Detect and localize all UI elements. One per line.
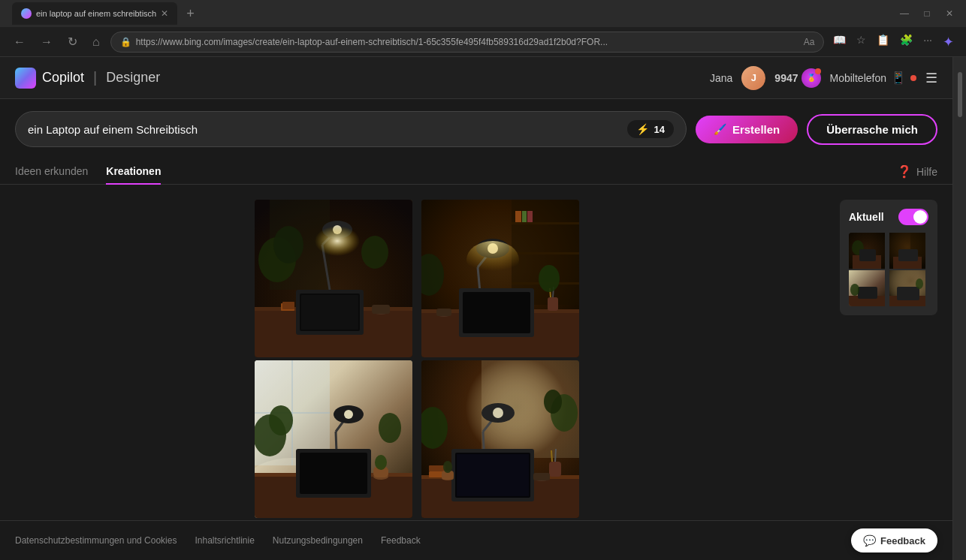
- feedback-icon: 💬: [863, 534, 876, 546]
- maximize-button[interactable]: □: [916, 3, 937, 24]
- preview-cell-3[interactable]: [849, 270, 885, 306]
- svg-rect-89: [859, 249, 876, 261]
- preview-cell-1[interactable]: [849, 233, 885, 269]
- image-cell-1[interactable]: [255, 200, 412, 357]
- image-cell-2[interactable]: [421, 200, 579, 357]
- scrollbar-thumb[interactable]: [958, 72, 962, 117]
- brand-sub: Designer: [106, 70, 160, 86]
- help-circle-icon: ❓: [897, 164, 912, 179]
- svg-rect-75: [457, 454, 529, 496]
- footer-link-feedback[interactable]: Feedback: [381, 535, 421, 546]
- more-icon[interactable]: ···: [920, 31, 935, 53]
- svg-point-4: [361, 236, 388, 269]
- copilot-sidebar-icon[interactable]: ✦: [940, 31, 957, 53]
- favorites-icon[interactable]: ☆: [853, 31, 869, 53]
- medal-notification-dot: [815, 68, 821, 74]
- svg-rect-93: [898, 249, 918, 261]
- footer: Datenschutzbestimmungen und Cookies Inha…: [0, 520, 952, 560]
- active-tab[interactable]: ein laptop auf einem schreibtisch ✕: [12, 2, 177, 25]
- feedback-float-label: Feedback: [880, 535, 925, 546]
- mobile-label: Mobiltelefon: [830, 72, 887, 84]
- svg-point-9: [315, 226, 360, 256]
- svg-point-41: [539, 265, 560, 292]
- svg-point-49: [269, 405, 293, 435]
- tab-ideen[interactable]: Ideen erkunden: [15, 159, 88, 185]
- main-content: Copilot | Designer Jana J 9947 🏅: [0, 57, 952, 560]
- boost-badge: ⚡ 14: [627, 120, 673, 138]
- ueberrasche-button[interactable]: Überrasche mich: [807, 114, 937, 145]
- image-2: [421, 200, 579, 357]
- user-avatar[interactable]: J: [741, 66, 765, 90]
- window-controls: — □ ✕: [894, 3, 960, 24]
- boost-count: 14: [654, 124, 664, 135]
- tabs-section: Ideen erkunden Kreationen ❓ Hilfe: [0, 159, 952, 185]
- footer-link-datenschutz[interactable]: Datenschutzbestimmungen und Cookies: [15, 535, 177, 546]
- svg-rect-26: [527, 211, 533, 222]
- reader-icon[interactable]: Aa: [804, 37, 815, 47]
- collections-icon[interactable]: 📋: [874, 31, 892, 53]
- extensions-icon[interactable]: 🧩: [897, 31, 916, 53]
- forward-button[interactable]: →: [36, 32, 57, 52]
- svg-rect-35: [463, 292, 530, 333]
- nav-bar: ← → ↻ ⌂ 🔒 https://www.bing.com/images/cr…: [0, 27, 966, 57]
- help-button[interactable]: ❓ Hilfe: [897, 164, 937, 179]
- erstellen-button[interactable]: 🖌️ Erstellen: [696, 116, 798, 143]
- svg-point-54: [344, 410, 353, 419]
- browser-chrome: ein laptop auf einem schreibtisch ✕ + — …: [0, 0, 966, 57]
- svg-rect-18: [282, 302, 294, 309]
- svg-rect-100: [897, 287, 919, 300]
- svg-rect-14: [301, 295, 358, 330]
- svg-rect-24: [515, 211, 521, 222]
- image-cell-3[interactable]: [255, 360, 412, 518]
- svg-rect-22: [512, 252, 579, 254]
- svg-line-78: [555, 449, 556, 462]
- svg-rect-58: [300, 453, 367, 494]
- image-grid: [255, 200, 585, 518]
- address-bar[interactable]: 🔒 https://www.bing.com/images/create/ein…: [110, 32, 825, 53]
- mobile-section: Mobiltelefon 📱: [830, 71, 917, 85]
- back-button[interactable]: ←: [9, 32, 30, 52]
- close-button[interactable]: ✕: [939, 3, 960, 24]
- toggle-switch[interactable]: [898, 209, 928, 225]
- tab-favicon: [21, 8, 32, 19]
- preview-cell-2[interactable]: [889, 233, 925, 269]
- feedback-float-button[interactable]: 💬 Feedback: [851, 528, 937, 552]
- brush-icon: 🖌️: [714, 123, 726, 135]
- search-row: ein Laptop auf einem Schreibtisch ⚡ 14 🖌…: [15, 111, 937, 147]
- svg-rect-16: [372, 305, 390, 314]
- tab-bar: ein laptop auf einem schreibtisch ✕ +: [6, 0, 894, 27]
- search-section: ein Laptop auf einem Schreibtisch ⚡ 14 🖌…: [0, 99, 952, 159]
- ueberrasche-label: Überrasche mich: [826, 123, 918, 136]
- svg-rect-25: [522, 211, 527, 222]
- preview-grid: [849, 233, 928, 306]
- image-cell-4[interactable]: [421, 360, 579, 518]
- preview-cell-4[interactable]: [889, 270, 925, 306]
- title-bar: ein laptop auf einem schreibtisch ✕ + — …: [0, 0, 966, 27]
- lightning-icon: ⚡: [636, 123, 649, 135]
- edge-sidebar: [952, 57, 966, 560]
- help-label: Hilfe: [916, 166, 937, 178]
- nav-icons: 📖 ☆ 📋 🧩 ··· ✦: [830, 31, 957, 53]
- search-bar: ein Laptop auf einem Schreibtisch ⚡ 14: [15, 111, 687, 147]
- svg-point-50: [379, 413, 401, 443]
- app-header: Copilot | Designer Jana J 9947 🏅: [0, 57, 952, 99]
- tab-close-button[interactable]: ✕: [161, 8, 168, 19]
- url-text: https://www.bing.com/images/create/ein-l…: [136, 37, 799, 47]
- user-section: Jana J 9947 🏅 Mobiltelefon 📱 ☰: [710, 66, 937, 90]
- footer-link-nutzungsbedingungen[interactable]: Nutzungsbedingungen: [273, 535, 363, 546]
- svg-point-97: [850, 284, 859, 296]
- svg-line-77: [551, 450, 552, 462]
- svg-point-3: [273, 226, 303, 263]
- home-button[interactable]: ⌂: [88, 32, 104, 52]
- panel-section: Aktuell: [840, 200, 937, 505]
- footer-link-inhaltsrichtlinie[interactable]: Inhaltsrichtlinie: [195, 535, 254, 546]
- menu-button[interactable]: ☰: [925, 70, 937, 86]
- new-tab-button[interactable]: +: [180, 6, 201, 22]
- tab-kreationen[interactable]: Kreationen: [106, 159, 161, 185]
- reader-mode-icon[interactable]: 📖: [830, 31, 849, 53]
- minimize-button[interactable]: —: [894, 3, 915, 24]
- refresh-button[interactable]: ↻: [63, 32, 82, 52]
- image-4: [421, 360, 579, 518]
- svg-rect-80: [429, 465, 445, 471]
- search-input[interactable]: [28, 123, 618, 136]
